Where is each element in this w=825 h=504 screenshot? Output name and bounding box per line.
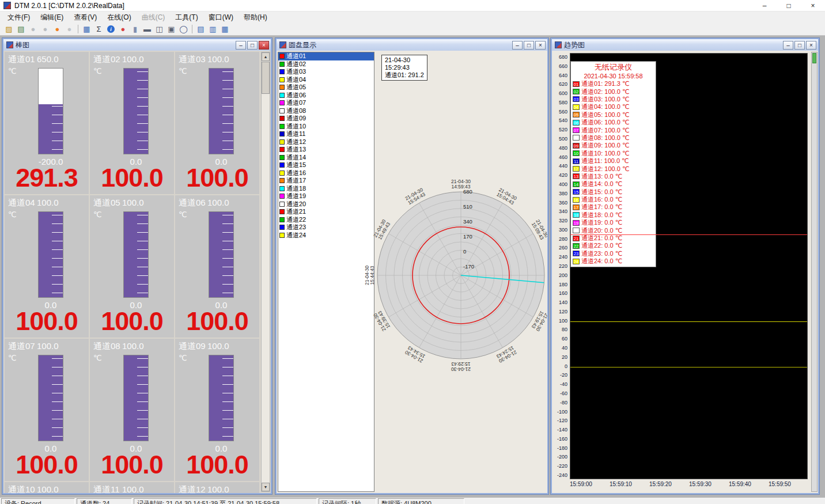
- open-icon[interactable]: ▨: [3, 24, 15, 35]
- tile-horizontal-icon[interactable]: ▥: [207, 24, 219, 35]
- channel-list-item[interactable]: 通道07: [278, 99, 374, 107]
- disc-window-minimize-button[interactable]: –: [512, 41, 523, 50]
- menu-tools[interactable]: 工具(T): [170, 12, 203, 24]
- channel-list-item[interactable]: 通道19: [278, 192, 374, 200]
- tile-vertical-icon[interactable]: ▦: [219, 24, 231, 35]
- trend-chart-window: 趋势图 – □ × 680660640620600580560540520500…: [551, 38, 819, 494]
- disc-window-close-button[interactable]: ×: [535, 41, 546, 50]
- trend-window-maximize-button[interactable]: □: [794, 41, 805, 50]
- bar-gauge-ticks: [137, 358, 148, 441]
- record-icon[interactable]: ●: [51, 24, 63, 35]
- legend-channel-number: 15: [573, 189, 580, 195]
- channel-color-swatch: [279, 209, 285, 214]
- channel-list-item[interactable]: 通道20: [278, 200, 374, 209]
- menu-window[interactable]: 窗口(W): [203, 12, 239, 24]
- channel-list-item[interactable]: 通道17: [278, 177, 374, 185]
- data-table-icon[interactable]: ▦: [81, 24, 93, 35]
- y-axis-tick-label: -140: [557, 427, 567, 433]
- legend-row: 24通道24: 0.0 ℃: [571, 257, 656, 265]
- menu-file[interactable]: 文件(F): [2, 12, 35, 24]
- channel-list-item[interactable]: 通道18: [278, 185, 374, 193]
- bar-window-minimize-button[interactable]: –: [236, 41, 246, 50]
- channel-color-swatch: [279, 178, 285, 183]
- channel-list-item[interactable]: 通道24: [278, 232, 374, 240]
- y-axis-tick-label: -220: [557, 463, 567, 469]
- y-axis-tick-label: 420: [559, 172, 567, 178]
- trend-window-minimize-button[interactable]: –: [783, 41, 793, 50]
- back-icon[interactable]: ●: [27, 24, 39, 35]
- channel-color-swatch: [279, 62, 285, 67]
- channel-list-item[interactable]: 通道02: [278, 60, 374, 69]
- channel-list-item[interactable]: 通道15: [278, 161, 374, 169]
- y-axis-tick-label: 280: [559, 236, 567, 242]
- cascade-windows-icon-glyph: ▤: [197, 25, 204, 33]
- channel-list-item[interactable]: 通道05: [278, 84, 374, 92]
- x-axis-tick-label: 15:59:40: [729, 481, 751, 487]
- info-icon[interactable]: i: [105, 24, 117, 35]
- bar-window-titlebar[interactable]: 棒图 – □ ×: [3, 39, 271, 51]
- y-axis-tick-label: 560: [559, 109, 567, 115]
- channel-list-item[interactable]: 通道16: [278, 169, 374, 177]
- maximize-button[interactable]: □: [777, 0, 801, 11]
- trend-window-titlebar[interactable]: 趋势图 – □ ×: [552, 39, 818, 51]
- zoom-icon[interactable]: ◯: [177, 24, 190, 35]
- bar-window-close-button[interactable]: ×: [259, 41, 269, 50]
- channel-list-item[interactable]: 通道04: [278, 76, 374, 84]
- x-axis-tick-label: 15:59:00: [570, 481, 592, 487]
- channel-list-item[interactable]: 通道06: [278, 92, 374, 100]
- bar-gauge-ticks: [222, 215, 233, 297]
- channel-list-item[interactable]: 通道03: [278, 68, 374, 76]
- trend-scrollbar[interactable]: [811, 52, 818, 492]
- print-preview-icon[interactable]: ◫: [153, 24, 165, 35]
- channel-list-item[interactable]: 通道14: [278, 154, 374, 162]
- channel-color-swatch: [279, 194, 285, 199]
- print-icon[interactable]: ▬: [141, 24, 153, 35]
- channel-list-item[interactable]: 通道22: [278, 216, 374, 224]
- legend-row: 05通道05: 100.0 ℃: [571, 111, 656, 119]
- bar-cell: 通道08100.0℃0.0100.0: [90, 339, 174, 481]
- minimize-button[interactable]: –: [752, 0, 777, 11]
- legend-channel-number: 20: [573, 228, 580, 233]
- menu-edit[interactable]: 编辑(E): [35, 12, 69, 24]
- channel-list-item[interactable]: 通道01: [278, 52, 374, 60]
- channel-list-item[interactable]: 通道08: [278, 107, 374, 115]
- bar-cell: 通道02100.0℃0.0100.0: [90, 52, 174, 194]
- legend-channel-number: 04: [573, 104, 580, 110]
- y-axis-tick-label: 540: [559, 118, 567, 123]
- channel-list-item[interactable]: 通道12: [278, 138, 374, 146]
- menu-view[interactable]: 查看(V): [69, 12, 102, 24]
- bar-gauge-track: [209, 68, 234, 154]
- trend-scroll-thumb[interactable]: [812, 53, 816, 63]
- menu-online[interactable]: 在线(O): [102, 12, 136, 24]
- y-axis-tick-label: 60: [562, 336, 567, 342]
- forward-icon[interactable]: ●: [39, 24, 51, 35]
- menu-help[interactable]: 帮助(H): [239, 12, 273, 24]
- bar-cell-channel-name: 通道09: [179, 341, 206, 352]
- y-axis-tick-label: 580: [559, 100, 567, 105]
- bar-cell-max-value: 100.0: [207, 341, 229, 351]
- channel-list-item[interactable]: 通道09: [278, 115, 374, 123]
- print-preview-icon-glyph: ◫: [156, 25, 162, 33]
- copy-icon[interactable]: ▣: [165, 24, 177, 35]
- cascade-windows-icon[interactable]: ▤: [195, 24, 207, 35]
- trend-x-axis: 15:59:0015:59:1015:59:2015:59:3015:59:40…: [570, 481, 808, 489]
- scroll-up-arrow-icon[interactable]: ▲: [262, 52, 270, 61]
- disc-window-titlebar[interactable]: 圆盘显示 – □ ×: [277, 39, 547, 51]
- bar-window-scrollbar[interactable]: ▲ ▼: [261, 52, 270, 492]
- channel-list-item[interactable]: 通道23: [278, 223, 374, 232]
- save-icon[interactable]: ▮: [129, 24, 141, 35]
- pause-icon[interactable]: ●: [63, 24, 75, 35]
- export-icon[interactable]: ▤: [15, 24, 27, 35]
- channel-list-item[interactable]: 通道11: [278, 130, 374, 138]
- trend-window-close-button[interactable]: ×: [806, 41, 816, 50]
- alarm-icon[interactable]: ●: [117, 24, 129, 35]
- bar-window-maximize-button[interactable]: □: [247, 41, 258, 50]
- channel-list-item[interactable]: 通道13: [278, 146, 374, 154]
- close-button[interactable]: ×: [801, 0, 825, 11]
- scroll-thumb[interactable]: [262, 62, 270, 94]
- statistics-icon[interactable]: Σ: [93, 24, 105, 35]
- disc-window-maximize-button[interactable]: □: [524, 41, 534, 50]
- channel-list-item[interactable]: 通道10: [278, 123, 374, 131]
- channel-list-item[interactable]: 通道21: [278, 208, 374, 216]
- scroll-down-arrow-icon[interactable]: ▼: [262, 483, 270, 491]
